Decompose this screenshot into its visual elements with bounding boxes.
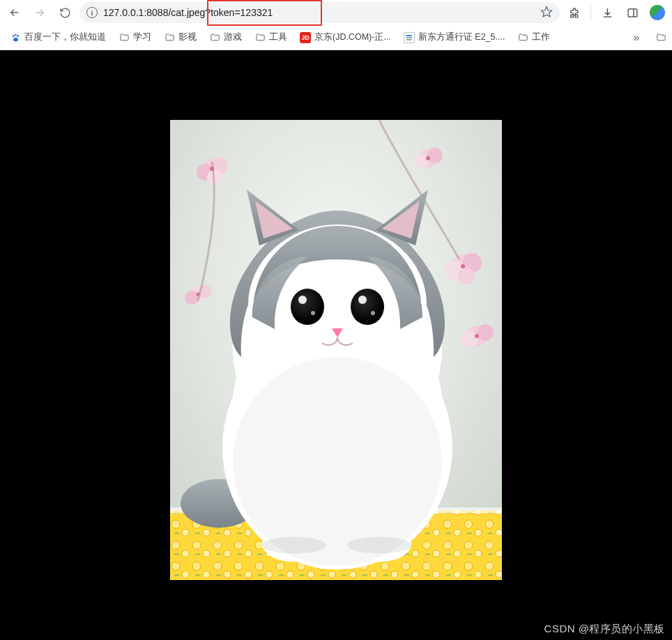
url-text: 127.0.0.1:8088/cat.jpeg?token=123321 bbox=[103, 7, 535, 18]
panel-icon bbox=[627, 7, 639, 19]
svg-point-27 bbox=[461, 331, 478, 348]
jd-icon: JD bbox=[300, 32, 311, 43]
bookmark-item-label: 百度一下，你就知道 bbox=[24, 31, 106, 43]
svg-point-43 bbox=[371, 311, 375, 315]
download-icon bbox=[602, 7, 613, 19]
svg-point-42 bbox=[311, 311, 315, 315]
side-panel-button[interactable] bbox=[622, 2, 643, 23]
folder-icon bbox=[517, 32, 528, 43]
chevron-right-icon: » bbox=[634, 31, 640, 44]
bookmark-item-jd[interactable]: JD 京东(JD.COM)-正... bbox=[296, 29, 395, 46]
svg-point-39 bbox=[351, 289, 384, 325]
bookmark-item-label: 学习 bbox=[133, 31, 151, 43]
bookmark-item-baidu[interactable]: 百度一下，你就知道 bbox=[6, 29, 110, 46]
toolbar-separator bbox=[590, 6, 591, 20]
avatar-icon bbox=[650, 5, 665, 20]
svg-point-28 bbox=[475, 334, 479, 338]
svg-point-17 bbox=[427, 148, 443, 163]
svg-point-23 bbox=[458, 268, 475, 284]
displayed-image bbox=[170, 120, 502, 580]
bookmark-folder[interactable]: 游戏 bbox=[205, 29, 246, 46]
svg-point-19 bbox=[426, 156, 430, 160]
bookmark-item-xdf[interactable]: 新东方通行证 E2_5.... bbox=[399, 29, 510, 46]
bookmark-item-label: 新东方通行证 E2_5.... bbox=[418, 31, 505, 43]
address-bar[interactable]: i 127.0.0.1:8088/cat.jpeg?token=123321 bbox=[79, 2, 560, 23]
extensions-button[interactable] bbox=[564, 2, 585, 23]
svg-point-5 bbox=[17, 35, 19, 37]
back-button[interactable] bbox=[4, 2, 25, 23]
svg-point-3 bbox=[13, 35, 15, 37]
svg-marker-0 bbox=[542, 6, 552, 16]
svg-point-18 bbox=[413, 153, 429, 169]
bookmark-folder[interactable]: 影视 bbox=[160, 29, 201, 46]
bookmark-item-label: 工作 bbox=[532, 31, 550, 43]
page-icon bbox=[404, 32, 415, 43]
folder-icon bbox=[254, 32, 266, 43]
downloads-button[interactable] bbox=[597, 2, 618, 23]
bookmark-folder[interactable]: 工具 bbox=[250, 29, 291, 46]
svg-point-38 bbox=[291, 289, 324, 325]
watermark-text: CSDN @程序员的小黑板 bbox=[544, 623, 665, 636]
browser-toolbar: i 127.0.0.1:8088/cat.jpeg?token=123321 bbox=[0, 0, 672, 25]
svg-point-24 bbox=[461, 264, 465, 268]
folder-icon bbox=[209, 32, 220, 43]
svg-rect-1 bbox=[628, 8, 637, 16]
back-arrow-icon bbox=[8, 6, 21, 19]
bookmarks-overflow-button[interactable]: » bbox=[626, 27, 647, 48]
bookmark-folder[interactable]: 工作 bbox=[513, 29, 554, 46]
svg-point-40 bbox=[298, 296, 307, 304]
svg-point-48 bbox=[233, 357, 442, 566]
bookmark-item-label: 京东(JD.COM)-正... bbox=[314, 31, 391, 43]
svg-point-31 bbox=[185, 291, 199, 305]
bookmark-item-label: 影视 bbox=[178, 31, 197, 43]
bookmark-folder-cut[interactable] bbox=[651, 29, 666, 46]
forward-arrow-icon bbox=[33, 6, 46, 19]
svg-point-6 bbox=[13, 38, 18, 42]
forward-button[interactable] bbox=[29, 2, 50, 23]
svg-point-41 bbox=[358, 296, 367, 304]
svg-point-26 bbox=[477, 324, 494, 341]
profile-button[interactable] bbox=[647, 2, 668, 23]
reload-button[interactable] bbox=[54, 2, 75, 23]
bookmarks-bar: 百度一下，你就知道 学习 影视 游戏 工具 JD 京东(JD.COM)-正...… bbox=[0, 25, 672, 50]
site-info-icon[interactable]: i bbox=[86, 7, 98, 18]
reload-icon bbox=[59, 7, 71, 19]
baidu-icon bbox=[10, 32, 21, 43]
bookmark-item-label: 游戏 bbox=[224, 31, 242, 43]
bookmark-item-label: 工具 bbox=[269, 31, 287, 43]
folder-icon bbox=[655, 32, 666, 43]
folder-icon bbox=[164, 32, 175, 43]
bookmark-folder[interactable]: 学习 bbox=[114, 29, 155, 46]
page-viewport bbox=[0, 50, 672, 640]
puzzle-icon bbox=[569, 7, 581, 19]
folder-icon bbox=[119, 32, 130, 43]
bookmark-star-icon[interactable] bbox=[540, 6, 553, 20]
svg-point-4 bbox=[15, 34, 17, 36]
